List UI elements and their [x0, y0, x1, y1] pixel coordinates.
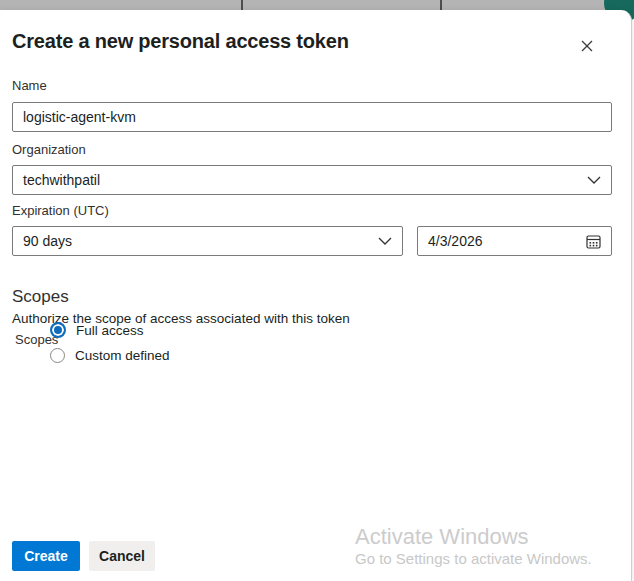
close-button[interactable] — [574, 33, 600, 59]
expiration-duration-value: 90 days — [23, 233, 72, 249]
expiration-date-picker[interactable]: 4/3/2026 — [417, 226, 612, 256]
organization-select[interactable]: techwithpatil — [12, 165, 612, 195]
scope-option-full-access[interactable]: Full access — [50, 322, 144, 338]
scopes-heading: Scopes — [12, 287, 69, 307]
radio-unselected-icon[interactable] — [50, 348, 65, 363]
expiration-duration-select[interactable]: 90 days — [12, 226, 403, 256]
browser-tab-strip — [0, 0, 634, 10]
chevron-down-icon — [378, 237, 392, 245]
calendar-icon — [586, 234, 601, 249]
activate-windows-subtext: Go to Settings to activate Windows. — [355, 550, 592, 567]
radio-label: Custom defined — [75, 348, 170, 363]
expiration-date-value: 4/3/2026 — [428, 233, 483, 249]
organization-label: Organization — [12, 142, 86, 157]
chevron-down-icon — [587, 176, 601, 184]
expiration-label: Expiration (UTC) — [12, 203, 109, 218]
activate-windows-watermark: Activate Windows — [355, 524, 529, 550]
create-pat-dialog: Create a new personal access token Name … — [0, 10, 632, 581]
tab-divider — [241, 0, 243, 10]
radio-label: Full access — [76, 323, 144, 338]
page-title: Create a new personal access token — [12, 30, 349, 53]
screen: Create a new personal access token Name … — [0, 0, 634, 581]
radio-selected-icon[interactable] — [50, 322, 66, 338]
name-label: Name — [12, 78, 47, 93]
tab-divider — [440, 0, 442, 10]
create-button[interactable]: Create — [12, 541, 80, 571]
scope-option-custom-defined[interactable]: Custom defined — [50, 348, 170, 363]
cancel-button[interactable]: Cancel — [89, 541, 155, 571]
organization-selected-value: techwithpatil — [23, 172, 100, 188]
name-input[interactable] — [12, 102, 612, 132]
close-icon — [580, 39, 594, 53]
